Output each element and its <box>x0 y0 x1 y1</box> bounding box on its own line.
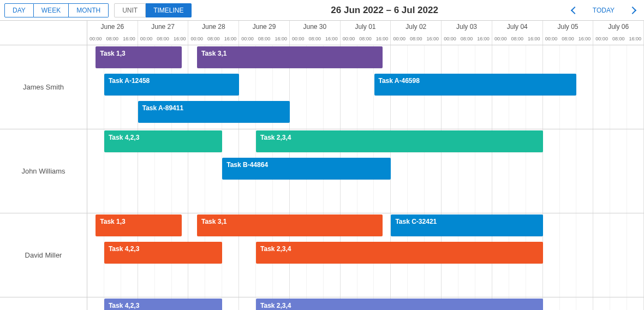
hour-label: 08:00 <box>104 33 121 45</box>
view-switch: DAY WEEK MONTH <box>4 3 109 17</box>
next-icon[interactable] <box>629 6 636 14</box>
hour-label: 08:00 <box>509 33 526 45</box>
day-header: July 01 <box>341 21 391 33</box>
hour-label: 00:00 <box>391 33 408 45</box>
hour-label: 00:00 <box>239 33 256 45</box>
hour-label: 08:00 <box>205 33 222 45</box>
hour-label: 08:00 <box>154 33 171 45</box>
task-bar[interactable]: Task A-12458 <box>104 74 239 96</box>
hour-header-cell: 00:0008:0016:00 <box>87 33 138 45</box>
hour-label: 08:00 <box>256 33 273 45</box>
hour-label: 00:00 <box>543 33 560 45</box>
today-button[interactable]: TODAY <box>588 4 619 16</box>
hour-header-cell: 00:0008:0016:00 <box>341 33 391 45</box>
time-header: June 26June 27June 28June 29June 30July … <box>87 21 644 45</box>
mode-timeline[interactable]: TIMELINE <box>146 3 192 17</box>
timeline-column[interactable]: Task 1,3Task 3,1Task A-12458Task A-46598… <box>87 45 644 310</box>
timeline-row[interactable]: Task 1,3Task 3,1Task A-12458Task A-46598… <box>87 45 644 129</box>
task-bar[interactable]: Task 3,1 <box>197 46 383 68</box>
view-month[interactable]: MONTH <box>69 3 109 17</box>
resource-column: James SmithJohn WilliamsDavid MillerLind… <box>0 45 87 310</box>
hour-label: 08:00 <box>408 33 425 45</box>
hour-label: 16:00 <box>121 33 138 45</box>
hour-label: 16:00 <box>171 33 188 45</box>
resource-cell: John Williams <box>0 129 87 213</box>
hour-header-cell: 00:0008:0016:00 <box>391 33 442 45</box>
view-day[interactable]: DAY <box>4 3 34 17</box>
timeline-row[interactable]: Task 1,3Task 3,1Task C-32421Task 4,2,3Ta… <box>87 213 644 297</box>
task-bar[interactable]: Task 1,3 <box>96 46 182 68</box>
prev-icon[interactable] <box>571 6 579 14</box>
timeline-row[interactable]: Task 4,2,3Task 2,3,4 <box>87 297 644 310</box>
hour-header-cell: 00:0008:0016:00 <box>442 33 492 45</box>
task-bar[interactable]: Task 3,1 <box>197 214 383 236</box>
task-bar[interactable]: Task 2,3,4 <box>256 242 543 264</box>
hour-label: 16:00 <box>526 33 542 45</box>
hour-label: 00:00 <box>87 33 104 45</box>
task-bar[interactable]: Task A-89411 <box>138 101 290 123</box>
hour-label: 00:00 <box>290 33 307 45</box>
timeline-header: June 26June 27June 28June 29June 30July … <box>0 21 644 45</box>
task-bar[interactable]: Task B-44864 <box>222 158 391 180</box>
hour-label: 16:00 <box>425 33 442 45</box>
hour-header-cell: 00:0008:0016:00 <box>188 33 239 45</box>
day-header: July 05 <box>543 21 594 33</box>
hour-header-cell: 00:0008:0016:00 <box>239 33 290 45</box>
resource-header-spacer <box>0 21 87 45</box>
day-header: July 03 <box>442 21 492 33</box>
hour-label: 16:00 <box>576 33 593 45</box>
hour-label: 16:00 <box>627 33 644 45</box>
hour-label: 00:00 <box>593 33 610 45</box>
day-header: June 30 <box>290 21 341 33</box>
hour-label: 00:00 <box>492 33 509 45</box>
timeline-body: James SmithJohn WilliamsDavid MillerLind… <box>0 45 644 310</box>
hour-header-cell: 00:0008:0016:00 <box>492 33 543 45</box>
hour-label: 16:00 <box>475 33 492 45</box>
hour-label: 16:00 <box>323 33 340 45</box>
task-bar[interactable]: Task 4,2,3 <box>104 242 222 264</box>
hour-label: 08:00 <box>559 33 576 45</box>
top-nav: DAY WEEK MONTH UNIT TIMELINE 26 Jun 2022… <box>0 0 644 21</box>
hour-label: 16:00 <box>374 33 391 45</box>
task-bar[interactable]: Task 1,3 <box>96 214 182 236</box>
hour-header-cell: 00:0008:0016:00 <box>138 33 189 45</box>
hour-header-cell: 00:0008:0016:00 <box>593 33 644 45</box>
day-header: June 28 <box>188 21 239 33</box>
task-bar[interactable]: Task 2,3,4 <box>256 130 543 152</box>
hour-label: 00:00 <box>188 33 205 45</box>
task-bar[interactable]: Task 2,3,4 <box>256 299 543 310</box>
hour-label: 16:00 <box>272 33 289 45</box>
resource-cell: James Smith <box>0 45 87 129</box>
hour-label: 08:00 <box>610 33 627 45</box>
hour-header-cell: 00:0008:0016:00 <box>290 33 341 45</box>
hour-label: 00:00 <box>138 33 155 45</box>
mode-unit[interactable]: UNIT <box>114 3 146 17</box>
timeline-row[interactable]: Task 4,2,3Task 2,3,4Task B-44864 <box>87 129 644 213</box>
mode-switch: UNIT TIMELINE <box>114 3 192 17</box>
day-header: June 27 <box>138 21 189 33</box>
task-bar[interactable]: Task 4,2,3 <box>104 299 222 310</box>
day-header: June 26 <box>87 21 138 33</box>
day-header: July 06 <box>593 21 644 33</box>
hour-label: 00:00 <box>442 33 458 45</box>
day-header: June 29 <box>239 21 290 33</box>
date-range-title: 26 Jun 2022 – 6 Jul 2022 <box>197 5 571 16</box>
hour-label: 08:00 <box>458 33 475 45</box>
task-bar[interactable]: Task A-46598 <box>374 74 577 96</box>
resource-cell: Linda Brown <box>0 297 87 310</box>
resource-cell: David Miller <box>0 213 87 297</box>
nav-controls: TODAY <box>572 4 640 16</box>
hour-label: 08:00 <box>357 33 374 45</box>
hour-label: 16:00 <box>222 33 239 45</box>
hour-label: 00:00 <box>341 33 357 45</box>
hour-label: 08:00 <box>307 33 324 45</box>
day-header: July 02 <box>391 21 442 33</box>
task-bar[interactable]: Task C-32421 <box>391 214 542 236</box>
hour-header-cell: 00:0008:0016:00 <box>543 33 594 45</box>
day-header: July 04 <box>492 21 543 33</box>
task-bar[interactable]: Task 4,2,3 <box>104 130 222 152</box>
view-week[interactable]: WEEK <box>34 3 69 17</box>
